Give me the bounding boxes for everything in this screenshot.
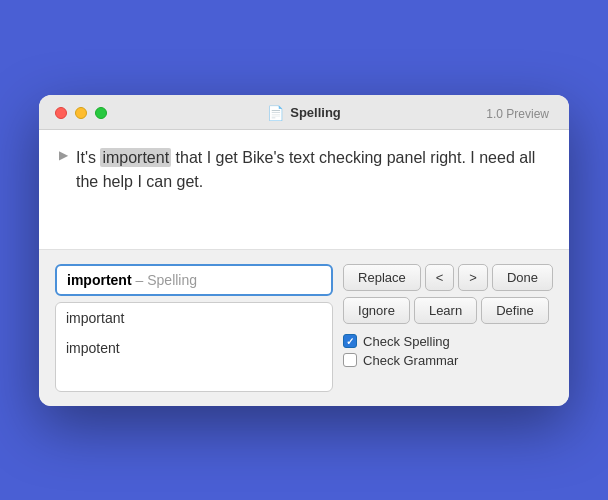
version-label: 1.0 Preview [486, 107, 549, 121]
titlebar: 📄 Spelling 1.0 Preview [39, 95, 569, 130]
titlebar-right: 1.0 Preview [486, 104, 553, 122]
suggestion-item[interactable]: important [56, 303, 332, 333]
search-word: importent [67, 272, 132, 288]
misspelled-word: importent [100, 148, 171, 167]
button-row-1: Replace < > Done [343, 264, 553, 291]
prev-button[interactable]: < [425, 264, 455, 291]
spelling-panel: importent – Spelling important impotent … [39, 250, 569, 406]
check-grammar-checkbox[interactable] [343, 353, 357, 367]
replace-button[interactable]: Replace [343, 264, 421, 291]
document-icon: 📄 [267, 105, 284, 121]
document-content: ▶ It's importent that I get Bike's text … [39, 130, 569, 250]
check-grammar-label: Check Grammar [363, 353, 458, 368]
text-before: It's [76, 149, 100, 166]
check-grammar-row[interactable]: Check Grammar [343, 353, 553, 368]
learn-button[interactable]: Learn [414, 297, 477, 324]
traffic-lights [55, 107, 107, 119]
titlebar-center: 📄 Spelling [267, 105, 341, 121]
text-row: ▶ It's importent that I get Bike's text … [59, 146, 549, 194]
next-button[interactable]: > [458, 264, 488, 291]
checkboxes: ✓ Check Spelling Check Grammar [343, 334, 553, 372]
button-row-2: Ignore Learn Define [343, 297, 553, 324]
spelling-window: 📄 Spelling 1.0 Preview ▶ It's importent … [39, 95, 569, 406]
check-spelling-label: Check Spelling [363, 334, 450, 349]
panel-right: Replace < > Done Ignore Learn Define ✓ [343, 264, 553, 372]
search-field[interactable]: importent – Spelling [55, 264, 333, 296]
search-separator: – Spelling [136, 272, 198, 288]
arrow-indicator: ▶ [59, 148, 68, 162]
minimize-button[interactable] [75, 107, 87, 119]
done-button[interactable]: Done [492, 264, 553, 291]
suggestions-list: important impotent [55, 302, 333, 392]
panel-left: importent – Spelling important impotent [55, 264, 333, 392]
panel-top: importent – Spelling important impotent … [55, 264, 553, 392]
close-button[interactable] [55, 107, 67, 119]
check-spelling-row[interactable]: ✓ Check Spelling [343, 334, 553, 349]
suggestion-item[interactable]: impotent [56, 333, 332, 363]
document-text: It's importent that I get Bike's text ch… [76, 146, 549, 194]
check-spelling-checkmark: ✓ [346, 336, 354, 347]
window-title: Spelling [290, 105, 341, 120]
ignore-button[interactable]: Ignore [343, 297, 410, 324]
define-button[interactable]: Define [481, 297, 549, 324]
check-spelling-checkbox[interactable]: ✓ [343, 334, 357, 348]
maximize-button[interactable] [95, 107, 107, 119]
